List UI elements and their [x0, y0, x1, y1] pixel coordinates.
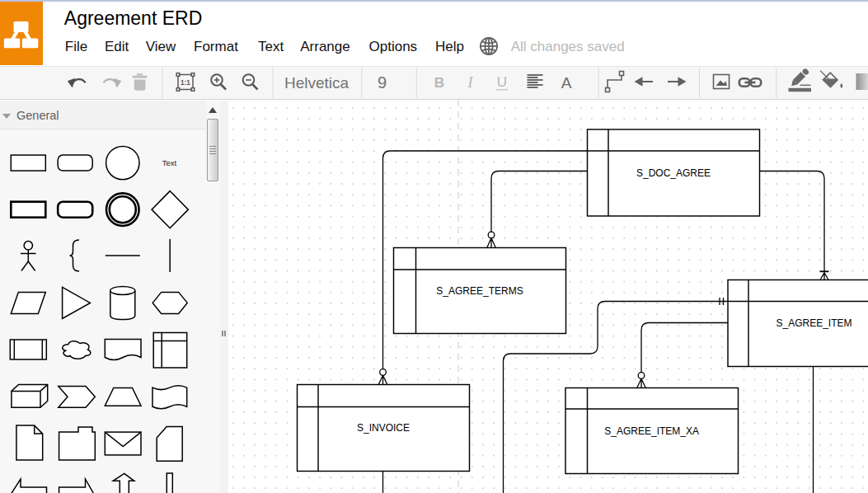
svg-text:S_DOC_AGREE: S_DOC_AGREE	[636, 167, 711, 179]
svg-text:S_AGREE_ITEM: S_AGREE_ITEM	[776, 317, 852, 329]
svg-text:1:1: 1:1	[181, 79, 190, 87]
svg-text:A: A	[561, 74, 572, 92]
svg-text:9: 9	[378, 73, 387, 92]
svg-text:S_INVOICE: S_INVOICE	[357, 422, 410, 434]
svg-text:Text: Text	[162, 158, 177, 167]
svg-text:I: I	[467, 74, 474, 91]
svg-text:S_AGREE_ITEM_XA: S_AGREE_ITEM_XA	[604, 425, 699, 437]
svg-text:U: U	[497, 74, 507, 90]
svg-text:B: B	[434, 75, 444, 91]
svg-text:Helvetica: Helvetica	[284, 74, 349, 92]
svg-text:S_AGREE_TERMS: S_AGREE_TERMS	[436, 285, 523, 297]
